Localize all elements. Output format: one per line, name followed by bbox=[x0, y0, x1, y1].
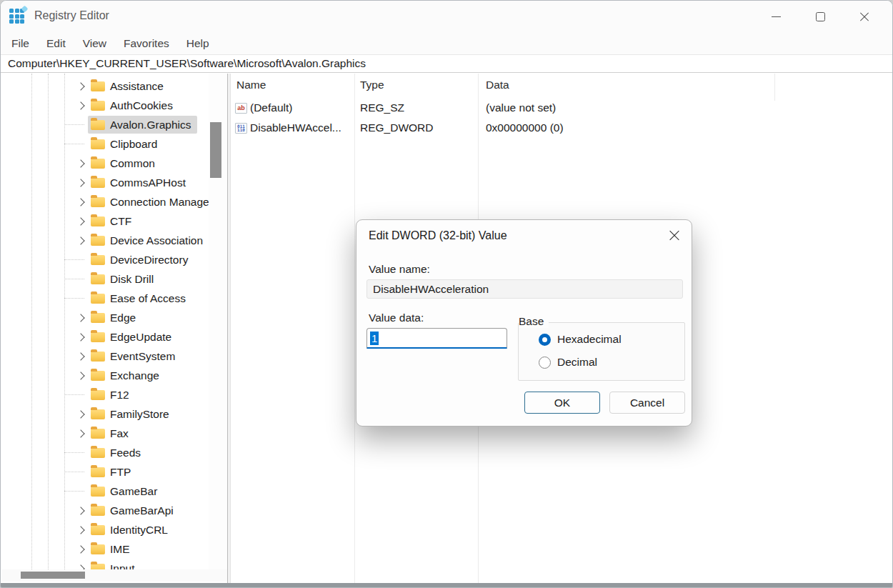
folder-icon bbox=[91, 525, 105, 535]
folder-icon bbox=[91, 81, 105, 91]
column-header-data[interactable]: Data bbox=[478, 79, 892, 91]
tree-key-gamebar[interactable]: GameBar bbox=[88, 482, 164, 500]
value-data-text: 1 bbox=[370, 332, 379, 345]
scrollbar-thumb[interactable] bbox=[21, 572, 85, 579]
tree-item-gutter bbox=[76, 211, 87, 231]
tree-key-ease-of-access[interactable]: Ease of Access bbox=[88, 289, 192, 307]
tree-vertical-scrollbar[interactable] bbox=[209, 74, 227, 569]
tree-key-input[interactable]: Input bbox=[88, 559, 141, 569]
tree-item-label: IME bbox=[110, 543, 130, 556]
expand-chevron-icon[interactable] bbox=[76, 314, 84, 322]
radio-selected-icon[interactable] bbox=[539, 334, 551, 346]
expand-chevron-icon[interactable] bbox=[76, 217, 84, 225]
tree-key-gamebarapi[interactable]: GameBarApi bbox=[88, 502, 180, 519]
menu-file[interactable]: File bbox=[11, 37, 29, 50]
tree-key-connection-manager[interactable]: Connection Manager bbox=[88, 193, 209, 211]
close-button[interactable] bbox=[842, 3, 887, 31]
expand-chevron-icon[interactable] bbox=[76, 236, 84, 244]
scrollbar-thumb[interactable] bbox=[210, 122, 221, 178]
expand-chevron-icon[interactable] bbox=[76, 159, 84, 167]
tree-key-f12[interactable]: F12 bbox=[88, 386, 136, 404]
value-row[interactable]: ab(Default)REG_SZ(value not set) bbox=[231, 98, 892, 118]
registry-editor-window: Registry Editor FileEditViewFavoritesHel… bbox=[0, 0, 893, 588]
expand-chevron-icon[interactable] bbox=[76, 101, 84, 109]
expand-chevron-icon[interactable] bbox=[76, 526, 84, 534]
tree-key-devicedirectory[interactable]: DeviceDirectory bbox=[88, 251, 194, 269]
tree-item-label: Edge bbox=[110, 312, 136, 324]
tree-item-gutter bbox=[76, 308, 87, 327]
value-data-text: (value not set) bbox=[486, 101, 556, 114]
tree-key-assistance[interactable]: Assistance bbox=[88, 77, 170, 95]
minimize-icon bbox=[772, 16, 781, 17]
radio-unselected-icon[interactable] bbox=[539, 357, 551, 369]
expand-chevron-icon[interactable] bbox=[76, 198, 84, 206]
tree-key-fax[interactable]: Fax bbox=[88, 424, 135, 442]
value-name-text: DisableHWAcceleration bbox=[373, 283, 489, 296]
column-separator[interactable] bbox=[354, 74, 355, 584]
tree-item-label: GameBarApi bbox=[110, 504, 174, 517]
tree-item-label: Common bbox=[110, 157, 155, 170]
tree-key-eventsystem[interactable]: EventSystem bbox=[88, 347, 181, 365]
expand-chevron-icon[interactable] bbox=[76, 429, 84, 437]
tree-key-commsaphost[interactable]: CommsAPHost bbox=[88, 174, 192, 191]
tree-item-label: Input bbox=[110, 562, 134, 570]
minimize-button[interactable] bbox=[754, 3, 798, 31]
value-data-cell: 0x00000000 (0) bbox=[478, 121, 892, 134]
tree-key-common[interactable]: Common bbox=[88, 154, 161, 172]
tree-item-label: Disk Drill bbox=[110, 273, 154, 286]
tree-key-familystore[interactable]: FamilyStore bbox=[88, 405, 176, 423]
radio-option-hexadecimal[interactable]: Hexadecimal bbox=[539, 333, 622, 346]
tree-item-label: EdgeUpdate bbox=[110, 331, 171, 344]
expand-chevron-icon[interactable] bbox=[76, 179, 84, 186]
radio-option-decimal[interactable]: Decimal bbox=[539, 356, 597, 369]
tree-key-exchange[interactable]: Exchange bbox=[88, 367, 166, 384]
tree-key-ime[interactable]: IME bbox=[88, 540, 136, 558]
tree-key-ftp[interactable]: FTP bbox=[88, 463, 137, 481]
maximize-button[interactable] bbox=[798, 3, 842, 31]
expand-chevron-icon[interactable] bbox=[76, 82, 84, 90]
ok-button[interactable]: OK bbox=[524, 392, 600, 414]
tree-key-disk-drill[interactable]: Disk Drill bbox=[88, 270, 160, 288]
tree-horizontal-scrollbar[interactable] bbox=[1, 569, 227, 582]
value-data-input[interactable]: 1 bbox=[366, 328, 507, 349]
expand-chevron-icon[interactable] bbox=[76, 564, 84, 569]
dialog-close-icon[interactable] bbox=[669, 230, 680, 241]
expand-chevron-icon[interactable] bbox=[76, 507, 84, 514]
folder-icon bbox=[91, 274, 105, 284]
value-row[interactable]: 011110DisableHWAccel...REG_DWORD0x000000… bbox=[231, 118, 892, 138]
menu-help[interactable]: Help bbox=[186, 37, 209, 50]
address-bar[interactable]: Computer\HKEY_CURRENT_USER\Software\Micr… bbox=[1, 54, 892, 73]
tree-key-ctf[interactable]: CTF bbox=[88, 212, 138, 230]
expand-chevron-icon[interactable] bbox=[76, 352, 84, 360]
cancel-button[interactable]: Cancel bbox=[609, 392, 685, 414]
tree-key-clipboard[interactable]: Clipboard bbox=[88, 135, 164, 153]
tree-item: IdentityCRL bbox=[1, 520, 209, 539]
expand-chevron-icon[interactable] bbox=[76, 410, 84, 418]
tree-key-avalon-graphics[interactable]: Avalon.Graphics bbox=[88, 116, 197, 134]
tree-item-gutter bbox=[76, 347, 87, 366]
tree-key-edgeupdate[interactable]: EdgeUpdate bbox=[88, 328, 178, 346]
tree-item: Ease of Access bbox=[1, 289, 209, 308]
tree-key-device-association[interactable]: Device Association bbox=[88, 231, 209, 249]
maximize-icon bbox=[816, 12, 825, 21]
tree-item-gutter bbox=[76, 385, 87, 404]
tree-key-feeds[interactable]: Feeds bbox=[88, 444, 147, 462]
menu-view[interactable]: View bbox=[83, 37, 106, 50]
folder-icon bbox=[91, 197, 105, 207]
tree-item-label: Feeds bbox=[110, 447, 141, 459]
tree-item-gutter bbox=[76, 404, 87, 424]
expand-chevron-icon[interactable] bbox=[76, 545, 84, 553]
expand-chevron-icon[interactable] bbox=[76, 333, 84, 341]
value-data-text: 0x00000000 (0) bbox=[486, 121, 564, 134]
column-header-type[interactable]: Type bbox=[354, 79, 478, 91]
value-name-text: DisableHWAccel... bbox=[250, 121, 341, 134]
menu-favorites[interactable]: Favorites bbox=[124, 37, 169, 50]
tree-key-identitycrl[interactable]: IdentityCRL bbox=[88, 521, 174, 539]
expand-chevron-icon[interactable] bbox=[76, 372, 84, 379]
column-header-name[interactable]: Name bbox=[231, 79, 354, 91]
tree-key-edge[interactable]: Edge bbox=[88, 309, 142, 327]
folder-icon bbox=[91, 139, 105, 149]
tree-connector-line bbox=[64, 472, 84, 472]
menu-edit[interactable]: Edit bbox=[46, 37, 66, 50]
tree-key-authcookies[interactable]: AuthCookies bbox=[88, 96, 179, 114]
